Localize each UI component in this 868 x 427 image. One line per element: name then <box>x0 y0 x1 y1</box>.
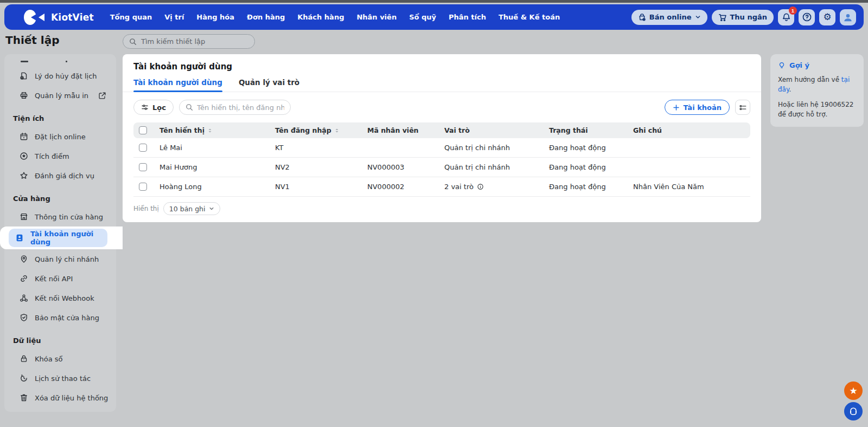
sidebar-item-label: Thông tin cửa hàng <box>35 213 103 221</box>
select-all-checkbox[interactable] <box>139 126 147 134</box>
sidebar-item-label: Đặt lịch online <box>35 133 86 141</box>
table-header-row: Tên hiển thị Tên đăng nhập Mã nhân viên … <box>133 122 750 138</box>
filter-icon <box>141 103 149 111</box>
col-vai-tro: Vai trò <box>444 126 470 134</box>
sort-icon[interactable] <box>207 128 213 133</box>
shield-check-icon <box>20 313 28 322</box>
settings-search[interactable] <box>123 34 255 49</box>
page-size-value: 10 bản ghi <box>169 205 206 213</box>
sidebar-section-du-lieu: Dữ liệu <box>4 332 116 349</box>
nav-vi-tri[interactable]: Vị trí <box>164 13 184 21</box>
sidebar-item-bao-mat-cua-hang[interactable]: Bảo mật cửa hàng <box>4 308 116 327</box>
column-settings-button[interactable] <box>735 100 750 115</box>
sidebar-item-tai-khoan-nguoi-dung[interactable]: Tài khoản người dùng <box>9 229 107 247</box>
link-icon <box>20 274 28 283</box>
brand[interactable]: KiotViet <box>24 10 94 25</box>
webhook-icon <box>20 294 28 302</box>
cell-username: KT <box>273 138 365 158</box>
ban-online-label: Bán online <box>649 13 692 21</box>
cell-role: Quản trị chi nhánh <box>442 138 547 158</box>
cell-status: Đang hoạt động <box>547 177 631 197</box>
row-checkbox[interactable] <box>139 144 147 152</box>
sidebar-item-ket-noi-webhook[interactable]: Kết nối Webhook <box>4 288 116 308</box>
nav-hang-hoa[interactable]: Hàng hóa <box>196 13 234 21</box>
table-search-input[interactable] <box>197 103 284 112</box>
star-icon: ★ <box>849 386 857 396</box>
sidebar-item-danh-gia-dich-vu[interactable]: Đánh giá dịch vụ <box>4 166 116 185</box>
active-item-band: Tài khoản người dùng <box>0 227 123 249</box>
cell-display-name: Lê Mai <box>157 138 273 158</box>
settings-button[interactable]: ⚙ <box>819 9 835 25</box>
tab-quan-ly-vai-tro[interactable]: Quản lý vai trò <box>239 78 299 92</box>
thu-ngan-button[interactable]: Thu ngân <box>712 10 774 25</box>
sort-icon[interactable] <box>334 128 340 133</box>
col-ghi-chu: Ghi chú <box>633 126 662 134</box>
rating-fab[interactable]: ★ <box>844 381 863 400</box>
cell-employee-code: NV000002 <box>365 177 442 197</box>
external-link-icon <box>98 92 106 100</box>
nav-tong-quan[interactable]: Tổng quan <box>110 13 152 21</box>
sidebar-item-quan-ly-mau-in[interactable]: Quản lý mẫu in <box>4 86 116 105</box>
nav-phan-tich[interactable]: Phân tích <box>449 13 486 21</box>
notifications-button[interactable]: 1 <box>778 9 794 25</box>
table-row[interactable]: Mai Hương NV2 NV000003 Quản trị chi nhán… <box>133 158 750 177</box>
sidebar-item-ket-noi-api[interactable]: Kết nối API <box>4 269 116 288</box>
history-icon <box>20 374 28 383</box>
nav-khach-hang[interactable]: Khách hàng <box>297 13 344 21</box>
cell-note <box>631 138 750 158</box>
sidebar-item-label: Bảo mật cửa hàng <box>35 314 99 322</box>
cell-note <box>631 158 750 177</box>
column-settings-icon <box>739 103 747 112</box>
table-row[interactable]: Lê Mai KT Quản trị chi nhánh Đang hoạt đ… <box>133 138 750 158</box>
hint-text: Xem hướng dẫn về <box>778 76 841 83</box>
role-text: 2 vai trò <box>444 183 474 191</box>
sidebar-item-dat-lich-online[interactable]: Đặt lịch online <box>4 127 116 146</box>
sidebar-item-label: Quản lý mẫu in <box>35 92 88 100</box>
ban-online-button[interactable]: Bán online <box>631 10 707 25</box>
sidebar-item-ly-do-huy-dat-lich[interactable]: Lý do hủy đặt lịch <box>4 66 116 86</box>
account-menu-button[interactable] <box>840 9 856 25</box>
brand-name: KiotViet <box>51 12 94 23</box>
support-fab[interactable] <box>844 402 863 420</box>
sidebar-item-quan-ly-chi-nhanh[interactable]: Quản lý chi nhánh <box>4 249 116 269</box>
sidebar-item-label: Lịch sử thao tác <box>35 374 91 383</box>
star-icon <box>20 171 28 180</box>
tab-tai-khoan-nguoi-dung[interactable]: Tài khoản người dùng <box>133 78 222 92</box>
sidebar-item-khoa-so[interactable]: Khóa sổ <box>4 349 116 368</box>
trash-icon <box>20 393 28 402</box>
settings-search-input[interactable] <box>141 37 248 46</box>
add-account-button[interactable]: Tài khoản <box>665 100 730 115</box>
avatar-icon <box>843 12 853 23</box>
help-button[interactable] <box>799 9 815 25</box>
cart-icon <box>718 13 727 22</box>
sidebar-item-lich-su-thao-tac[interactable]: Lịch sử thao tác <box>4 368 116 388</box>
topbar: KiotViet Tổng quan Vị trí Hàng hóa Đơn h… <box>4 4 864 30</box>
support-agent-icon <box>848 406 858 416</box>
add-account-label: Tài khoản <box>684 103 722 112</box>
nav-nhan-vien[interactable]: Nhân viên <box>356 13 397 21</box>
sidebar-item-label: Đánh giá dịch vụ <box>35 172 94 180</box>
info-icon[interactable] <box>477 183 484 190</box>
bell-icon <box>782 12 791 22</box>
cell-status: Đang hoạt động <box>547 158 631 177</box>
notification-badge: 1 <box>789 7 797 15</box>
table-row[interactable]: Hoàng Long NV1 NV000002 2 vai trò Đang h… <box>133 177 750 197</box>
sidebar-item-label: Kết nối API <box>35 275 73 283</box>
question-circle-icon <box>802 12 812 22</box>
nav-thue-ke-toan[interactable]: Thuế & Kế toán <box>499 13 560 21</box>
sidebar-item-thong-tin-cua-hang[interactable]: Thông tin cửa hàng <box>4 207 116 227</box>
sidebar-item-tich-diem[interactable]: Tích điểm <box>4 146 116 166</box>
sidebar-item-xoa-du-lieu-he-thong[interactable]: Xóa dữ liệu hệ thống <box>4 388 116 407</box>
page-size-label: Hiển thị <box>133 205 159 212</box>
col-ma-nhan-vien: Mã nhân viên <box>367 126 419 134</box>
filter-button[interactable]: Lọc <box>133 100 174 115</box>
row-checkbox[interactable] <box>139 163 147 171</box>
nav-don-hang[interactable]: Đơn hàng <box>247 13 285 21</box>
page-size-select[interactable]: 10 bản ghi <box>163 202 220 215</box>
table-search[interactable] <box>179 100 291 115</box>
row-checkbox[interactable] <box>139 183 147 191</box>
col-ten-hien-thi: Tên hiển thị <box>159 126 205 134</box>
cell-display-name: Hoàng Long <box>157 177 273 197</box>
nav-so-quy[interactable]: Sổ quỹ <box>409 13 436 21</box>
col-trang-thai: Trạng thái <box>549 126 588 134</box>
